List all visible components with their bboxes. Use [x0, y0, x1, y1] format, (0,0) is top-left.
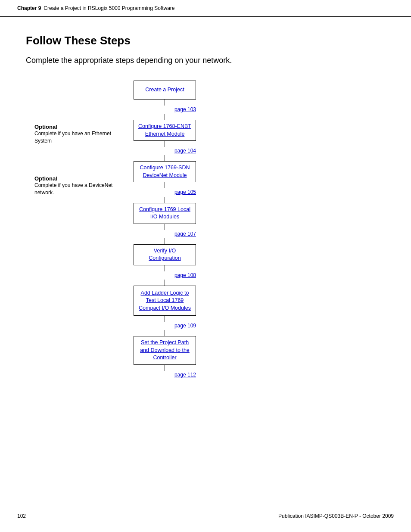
flow-link-6[interactable]: Add Ladder Logic to Test Local 1769 Comp…: [137, 289, 192, 312]
vert-line-7a: [165, 365, 165, 371]
page-content: Follow These Steps Complete the appropri…: [0, 17, 411, 405]
connector-2: page 104: [134, 141, 196, 161]
optional-desc-1: Complete if you have an Ethernet System: [34, 130, 129, 145]
connector-1: page 103: [134, 100, 196, 120]
page-ref-2: page 104: [134, 147, 196, 155]
vert-line-2a: [165, 141, 165, 147]
intro-text: Complete the appropriate steps depending…: [26, 56, 385, 65]
connector-3: page 105: [134, 182, 196, 202]
page-ref-4: page 107: [134, 230, 196, 238]
connector-4: page 107: [134, 224, 196, 244]
page-ref-6: page 109: [134, 322, 196, 330]
side-note-2: Optional Complete if you have a DeviceNe…: [34, 175, 129, 196]
optional-label-2: Optional: [34, 175, 129, 182]
footer-page-number: 102: [17, 513, 26, 519]
page-ref-7: page 112: [134, 371, 196, 379]
side-note-1: Optional Complete if you have an Etherne…: [34, 124, 129, 145]
connector-5: page 108: [134, 265, 196, 286]
optional-label-1: Optional: [34, 124, 129, 130]
flow-link-7[interactable]: Set the Project Path and Download to the…: [137, 339, 192, 362]
flow-link-4[interactable]: Configure 1769 Local I/O Modules: [137, 206, 192, 221]
flow-box-6: Add Ladder Logic to Test Local 1769 Comp…: [134, 286, 196, 316]
vert-line-4b: [165, 238, 165, 244]
vert-line-4a: [165, 224, 165, 230]
vert-line-1b: [165, 114, 165, 120]
page-footer: 102 Publication IASIMP-QS003B-EN-P - Oct…: [0, 513, 411, 519]
connector-7: page 112: [134, 365, 196, 379]
page-header: Chapter 9 Create a Project in RSLogix 50…: [0, 0, 411, 17]
vert-line-3b: [165, 197, 165, 203]
flow-box-5: Verify I/O Configuration: [134, 244, 196, 265]
flow-link-2[interactable]: Configure 1768-ENBT Ethernet Module: [137, 123, 192, 138]
flowchart-column: Create a Project page 103 Configure 1768…: [134, 81, 196, 379]
vert-line-1a: [165, 100, 165, 106]
vert-line-3a: [165, 182, 165, 188]
flow-box-7: Set the Project Path and Download to the…: [134, 336, 196, 365]
vert-line-6b: [165, 330, 165, 336]
vert-line-5b: [165, 280, 165, 286]
flow-box-2: Configure 1768-ENBT Ethernet Module: [134, 120, 196, 141]
flow-link-3[interactable]: Configure 1769-SDN DeviceNet Module: [137, 164, 192, 179]
flow-box-4: Configure 1769 Local I/O Modules: [134, 203, 196, 224]
vert-line-5a: [165, 265, 165, 271]
optional-desc-2: Complete if you have a DeviceNet network…: [34, 182, 129, 196]
flow-box-3: Configure 1769-SDN DeviceNet Module: [134, 161, 196, 182]
connector-6: page 109: [134, 316, 196, 336]
page-ref-3: page 105: [134, 188, 196, 196]
chapter-title: Create a Project in RSLogix 5000 Program…: [44, 5, 174, 11]
flowchart-area: Optional Complete if you have an Etherne…: [34, 81, 385, 379]
chapter-label: Chapter 9: [17, 5, 41, 11]
flow-box-1: Create a Project: [134, 81, 196, 100]
footer-publication: Publication IASIMP-QS003B-EN-P - October…: [278, 513, 394, 519]
page-ref-1: page 103: [134, 106, 196, 114]
flow-link-1[interactable]: Create a Project: [145, 86, 184, 94]
flow-link-5[interactable]: Verify I/O Configuration: [137, 247, 192, 262]
vert-line-2b: [165, 155, 165, 161]
page-ref-5: page 108: [134, 271, 196, 280]
section-title: Follow These Steps: [26, 34, 385, 47]
vert-line-6a: [165, 316, 165, 322]
